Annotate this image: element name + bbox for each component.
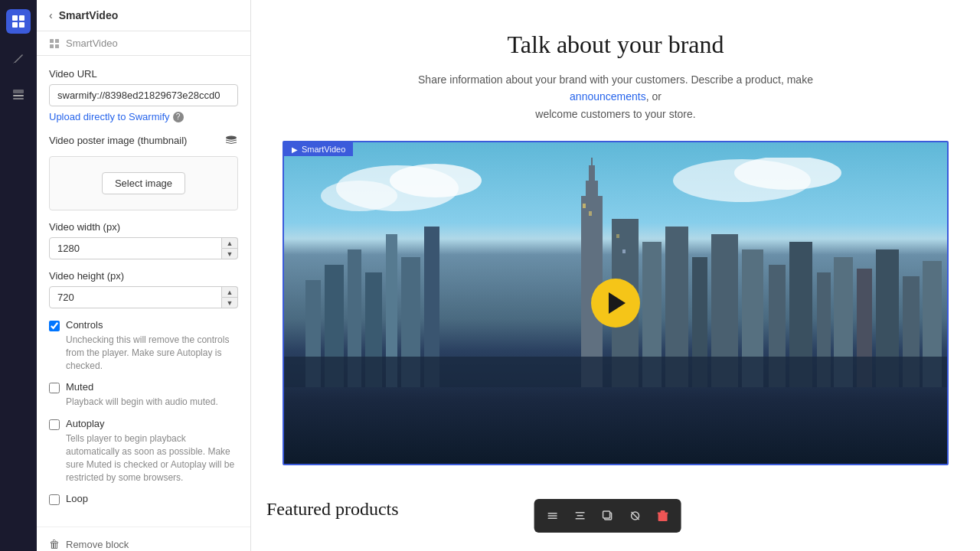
width-spinners: ▲ ▼ [221,237,238,259]
duplicate-icon [602,510,614,522]
svg-rect-4 [13,90,24,93]
width-increment[interactable]: ▲ [221,237,238,248]
autoplay-checkbox[interactable] [49,419,60,430]
svg-rect-54 [603,511,610,518]
page-subtext: Share information about your brand with … [394,71,838,122]
height-spinners: ▲ ▼ [221,286,238,308]
upload-link[interactable]: Upload directly to Swarmify ? [49,111,184,122]
back-button[interactable]: ‹ [49,9,53,21]
svg-rect-51 [577,515,583,517]
controls-desc: Unchecking this will remove the controls… [49,334,238,372]
svg-point-11 [226,136,237,140]
settings-panel: ‹ SmartVideo SmartVideo Video URL Upload… [37,0,251,551]
svg-rect-8 [55,39,59,43]
subtitle-label: SmartVideo [66,37,118,49]
svg-rect-42 [583,204,586,208]
badge-label: SmartVideo [302,145,345,154]
svg-point-16 [734,158,841,190]
smartvideo-badge: ▶ SmartVideo [284,142,353,156]
trash-icon: 🗑 [49,538,60,550]
brush-icon[interactable] [6,46,31,70]
toolbar-indent-button[interactable] [568,504,593,528]
svg-rect-0 [12,15,18,21]
svg-rect-46 [284,357,947,387]
toolbar-hide-button[interactable] [623,504,648,528]
svg-rect-2 [12,22,18,28]
help-icon: ? [173,112,184,122]
remove-block-button[interactable]: 🗑 Remove block [37,527,250,551]
controls-checkbox[interactable] [49,321,60,331]
upload-link-text: Upload directly to Swarmify [49,111,170,122]
announcements-link[interactable]: announcements [570,90,646,103]
autoplay-row: Autoplay [49,418,238,430]
controls-row: Controls [49,319,238,331]
video-url-input[interactable] [49,84,238,106]
controls-field: Controls Unchecking this will remove the… [49,319,238,372]
poster-header: Video poster image (thumbnail) [49,134,238,152]
svg-point-13 [390,164,482,197]
subtext-before: Share information about your brand with … [418,73,813,86]
height-input[interactable] [49,286,238,308]
height-label: Video height (px) [49,270,238,282]
svg-rect-47 [548,513,557,514]
autoplay-field: Autoplay Tells player to begin playback … [49,418,238,484]
play-triangle [609,292,626,314]
width-section: Video width (px) ▲ ▼ [49,221,238,259]
toolbar-move-button[interactable] [541,504,565,528]
svg-rect-49 [548,518,557,520]
indent-icon [574,510,586,522]
width-decrement[interactable]: ▼ [221,248,238,259]
layers-stack-icon [224,134,238,148]
loop-label[interactable]: Loop [66,493,88,504]
width-input-wrap: ▲ ▼ [49,237,238,259]
toolbar-duplicate-button[interactable] [596,504,620,528]
svg-rect-1 [19,15,24,21]
svg-rect-48 [548,515,557,517]
height-decrement[interactable]: ▼ [221,297,238,308]
svg-rect-5 [13,95,24,96]
muted-desc: Playback will begin with audio muted. [49,396,238,409]
block-toolbar [534,499,681,533]
controls-label[interactable]: Controls [66,319,103,331]
muted-label[interactable]: Muted [66,381,93,393]
nav-icons [0,0,37,551]
play-button[interactable] [591,279,640,328]
move-icon [547,510,559,522]
delete-icon [658,510,668,522]
svg-rect-27 [591,158,593,173]
svg-rect-6 [13,98,24,99]
layers-icon[interactable] [6,83,31,107]
width-input[interactable] [49,237,238,259]
video-preview[interactable] [284,142,947,464]
grid-small-icon [49,38,60,49]
video-block: ▶ SmartVideo [283,141,949,465]
video-url-label: Video URL [49,68,238,80]
svg-rect-59 [658,513,668,514]
page-heading: Talk about your brand [266,31,965,59]
badge-icon: ▶ [292,145,298,154]
poster-label: Video poster image (thumbnail) [49,135,187,146]
toolbar-delete-button[interactable] [651,504,675,528]
autoplay-desc: Tells player to begin playback automatic… [49,432,238,484]
height-increment[interactable]: ▲ [221,286,238,297]
thumbnail-area: Select image [49,156,238,210]
height-section: Video height (px) ▲ ▼ [49,270,238,308]
grid-icon[interactable] [6,9,31,34]
settings-subtitle: SmartVideo [37,31,250,56]
muted-field: Muted Playback will begin with audio mut… [49,381,238,409]
select-image-button[interactable]: Select image [102,172,185,194]
page-section: Talk about your brand Share information … [251,0,980,481]
loop-checkbox[interactable] [49,494,60,505]
settings-header: ‹ SmartVideo [37,0,250,31]
width-label: Video width (px) [49,221,238,233]
autoplay-label[interactable]: Autoplay [66,418,105,429]
muted-checkbox[interactable] [49,383,60,393]
hide-icon [629,510,642,522]
city-skyline-svg [284,158,947,387]
loop-field: Loop [49,493,238,505]
height-input-wrap: ▲ ▼ [49,286,238,308]
svg-rect-10 [55,44,59,48]
svg-point-14 [321,181,397,211]
muted-row: Muted [49,381,238,393]
svg-rect-3 [19,22,24,28]
